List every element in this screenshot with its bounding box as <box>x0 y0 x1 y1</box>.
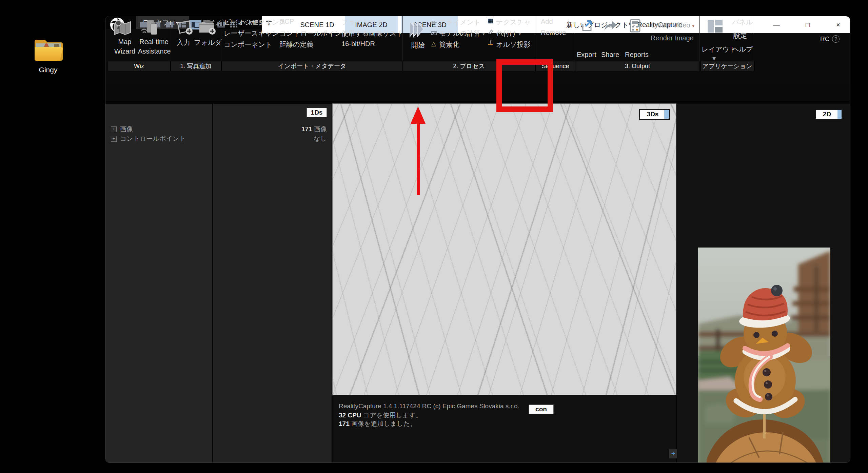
control-points-button[interactable]: コントロールポイント <box>279 29 349 38</box>
export-label[interactable]: Export <box>577 51 596 59</box>
define-distance-button[interactable]: 距離の定義 <box>279 40 313 49</box>
calculate-model-icon[interactable] <box>431 31 437 37</box>
add-folder-icon[interactable] <box>197 19 218 38</box>
hdr-button[interactable]: 16-bit/HDR <box>341 40 375 48</box>
add-inputs-icon[interactable] <box>174 20 194 38</box>
gcp-button[interactable]: GCP <box>279 18 294 25</box>
calculate-model-button[interactable]: モデルの計算▾ <box>439 29 485 38</box>
folder-icon <box>33 37 63 62</box>
group-footer-import: インポート・メタデータ <box>222 61 403 71</box>
reports-icon[interactable] <box>629 19 641 34</box>
laser-scan-button[interactable]: レーザースキャン <box>224 29 279 38</box>
real-time-assistance-icon[interactable] <box>139 19 158 38</box>
group-footer-wiz: Wiz <box>108 61 171 71</box>
group-footer-add-photos: 1. 写真追加 <box>171 61 222 71</box>
rc-help-area: RC ? <box>820 33 849 45</box>
alignment-button[interactable]: アライメント <box>439 18 481 27</box>
colorize-icon[interactable] <box>488 29 493 36</box>
image-count: 171 画像 <box>301 125 327 134</box>
real-time-label1[interactable]: Real-time <box>138 38 170 46</box>
ribbon-group-add-photos: 入力 フォルダ <box>171 16 221 61</box>
group-footer-application: アプリケーション <box>701 61 755 71</box>
alignment-icon[interactable]: ▶▶ <box>432 19 436 25</box>
control-point-count: なし <box>314 134 327 143</box>
texture-button[interactable]: テクスチャ <box>496 18 531 27</box>
real-time-label2[interactable]: Assistance <box>138 47 170 55</box>
annotation-highlight-box <box>496 59 553 112</box>
view-badge-1ds[interactable]: 1Ds <box>307 108 327 117</box>
ribbon-group-process: 開始 ▶▶ アライメント モデルの計算▾ △ 簡素化 テクスチャ 色付け▾ <box>403 16 535 61</box>
view-badge-2d[interactable]: 2D <box>815 109 843 120</box>
console-line: RealityCapture 1.4.1.117424 RC (c) Epic … <box>339 402 519 410</box>
view-badge-con[interactable]: con <box>529 405 554 414</box>
console-line: 171 画像を追加しました。 <box>339 419 416 428</box>
photo-gingerbread[interactable] <box>698 248 830 463</box>
expand-icon[interactable]: + <box>111 136 117 142</box>
layout-button[interactable]: レイアウト <box>702 45 736 54</box>
help-button[interactable]: ヘルプ <box>732 45 753 54</box>
expand-icon[interactable]: + <box>111 126 117 132</box>
chevron-down-icon: ▾ <box>518 32 521 37</box>
tree-item-control-points[interactable]: + コントロールポイント <box>111 134 186 143</box>
map-wizard-icon[interactable] <box>113 19 132 38</box>
image-list-button[interactable]: 使用する画像リスト <box>341 29 403 38</box>
content-area: + 画像 + コントロールポイント 1Ds 171 画像 なし 3Ds <box>105 101 850 462</box>
start-button[interactable]: 開始 <box>405 41 431 50</box>
map-wizard-label2[interactable]: Wizard <box>110 47 139 55</box>
add-console-tab-button[interactable]: + <box>669 449 677 458</box>
ribbon-group-wiz: Map Wizard Real-time Assistance <box>108 16 170 61</box>
tree-item-images[interactable]: + 画像 <box>111 125 133 134</box>
texture-icon[interactable] <box>488 19 493 23</box>
scene-3d-viewport[interactable]: 3Ds <box>333 104 676 395</box>
console-panel: RealityCapture 1.4.1.117424 RC (c) Epic … <box>333 395 676 462</box>
folder-label: Gingy <box>26 66 70 74</box>
add-inputs-label[interactable]: 入力 <box>172 38 195 47</box>
ribbon-group-application: レイアウト ▾ パネル 設定 ヘルプ <box>701 16 754 61</box>
images-1d-panel: 1Ds 171 画像 なし <box>213 104 332 462</box>
sequence-add-button[interactable]: Add <box>541 18 553 25</box>
settings-button[interactable]: 設定 <box>733 31 747 40</box>
chevron-down-icon: ▾ <box>692 23 694 28</box>
ortho-projection-button[interactable]: オルソ投影 <box>496 40 530 49</box>
desktop: Gingy <box>0 0 868 473</box>
reports-label[interactable]: Reports <box>625 51 649 59</box>
ribbon-group-import: ビデオシークエンス レーザースキャン コンポーネント GCP コントロールポイン… <box>222 16 403 61</box>
add-folder-label[interactable]: フォルダ <box>194 38 220 47</box>
help-icon[interactable]: ? <box>832 35 840 43</box>
image-2d-panel: 2D <box>677 104 850 462</box>
ribbon-group-sequence: Add Remove <box>536 16 575 61</box>
flight-log-button[interactable]: フライトログ <box>341 18 383 27</box>
colorize-button[interactable]: 色付け▾ <box>496 29 521 38</box>
create-video-button[interactable]: Create Video▾ <box>651 21 694 29</box>
render-image-button[interactable]: Render Image <box>651 34 694 42</box>
map-wizard-label1[interactable]: Map <box>110 38 139 46</box>
share-icon[interactable] <box>603 20 617 33</box>
minimize-button[interactable]: — <box>766 16 787 33</box>
viewport-grid <box>333 104 676 395</box>
layout-icon[interactable] <box>707 19 723 35</box>
annotation-arrow <box>408 105 428 199</box>
simplify-icon[interactable]: △ <box>431 40 436 47</box>
export-icon[interactable] <box>581 19 594 34</box>
component-button[interactable]: コンポーネント <box>224 40 272 49</box>
start-icon[interactable] <box>408 19 428 41</box>
sequence-remove-button[interactable]: Remove <box>541 29 566 37</box>
app-window: ↶ ↷ ▾ SCENE 1D IMAGE 2D SCENE 3D 新しいプロジェ… <box>105 16 850 463</box>
viewport-column: 3Ds RealityCapture 1.4.1.117424 RC (c) E… <box>333 104 676 462</box>
group-footer-output: 3. Output <box>575 61 701 71</box>
chevron-down-icon: ▾ <box>482 32 485 37</box>
console-line: 32 CPU コアを使用します。 <box>339 411 422 420</box>
ribbon-group-output: Export Share Reports Create Video▾ Rende… <box>575 16 700 61</box>
view-badge-3ds[interactable]: 3Ds <box>639 109 670 120</box>
panel-button[interactable]: パネル <box>732 18 753 27</box>
video-sequence-button[interactable]: ビデオシークエンス <box>224 18 286 27</box>
ribbon-toolbar: Map Wizard Real-time Assistance Wiz <box>105 29 850 84</box>
share-label[interactable]: Share <box>601 51 619 59</box>
maximize-button[interactable]: □ <box>797 16 818 33</box>
close-button[interactable]: × <box>828 16 849 33</box>
desktop-folder-gingy[interactable]: Gingy <box>26 37 70 74</box>
simplify-button[interactable]: 簡素化 <box>439 40 459 49</box>
ortho-projection-icon[interactable] <box>488 40 494 47</box>
rc-label: RC <box>820 35 829 43</box>
scene-tree-panel: + 画像 + コントロールポイント <box>105 104 212 462</box>
